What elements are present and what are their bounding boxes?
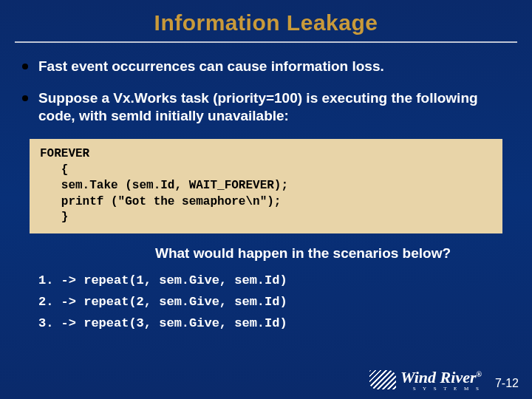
slide-content: Fast event occurrences can cause informa… bbox=[0, 58, 532, 335]
logo-subtext: S Y S T E M S bbox=[400, 386, 482, 392]
company-logo: Wind River® S Y S T E M S bbox=[369, 368, 482, 392]
bullet-dot-icon bbox=[22, 64, 28, 69]
page-number: 7-12 bbox=[495, 377, 519, 392]
bullet-text: Suppose a Vx.Works task (priority=100) i… bbox=[38, 89, 510, 126]
scenarios-list: 1. -> repeat(1, sem.Give, sem.Id) 2. -> … bbox=[22, 270, 510, 335]
bullet-item: Fast event occurrences can cause informa… bbox=[22, 58, 510, 76]
bullet-item: Suppose a Vx.Works task (priority=100) i… bbox=[22, 89, 510, 126]
registered-icon: ® bbox=[476, 370, 481, 378]
code-block: FOREVER { sem.Take (sem.Id, WAIT_FOREVER… bbox=[30, 139, 502, 233]
bullet-dot-icon bbox=[22, 95, 28, 101]
question-text: What would happen in the scenarios below… bbox=[22, 245, 510, 262]
title-divider bbox=[15, 41, 517, 43]
slide-footer: Wind River® S Y S T E M S 7-12 bbox=[369, 368, 519, 392]
logo-text: Wind River® S Y S T E M S bbox=[400, 368, 482, 392]
logo-mark-icon bbox=[369, 370, 396, 389]
slide-title: Information Leakage bbox=[0, 0, 532, 41]
bullet-text: Fast event occurrences can cause informa… bbox=[38, 58, 384, 76]
logo-name: Wind River bbox=[400, 368, 476, 386]
